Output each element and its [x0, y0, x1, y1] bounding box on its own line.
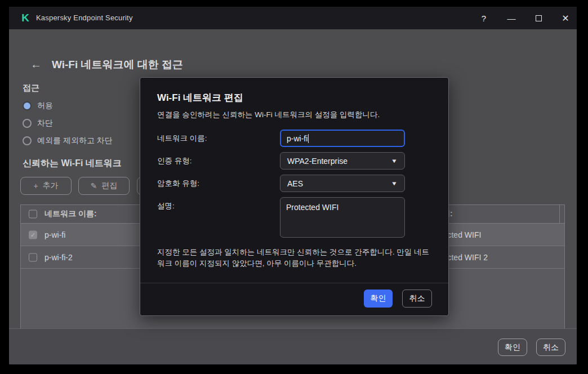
network-name-input[interactable]: p-wi-fi [280, 130, 405, 147]
add-button[interactable]: + 추가 [20, 177, 72, 195]
radio-block[interactable]: 차단 [23, 118, 53, 128]
chevron-down-icon: ▼ [391, 158, 398, 164]
row-checkbox[interactable]: ✓ [29, 230, 37, 239]
edit-button[interactable]: ✎ 편집 [78, 177, 130, 195]
main-cancel-button[interactable]: 취소 [536, 339, 565, 356]
title-bar: K Kaspersky Endpoint Security ? — ✕ [9, 7, 577, 29]
edit-button-label: 편집 [101, 181, 117, 191]
radio-icon [23, 119, 32, 128]
kaspersky-logo-icon: K [19, 12, 32, 24]
main-footer: 확인 취소 [9, 328, 577, 364]
radio-allow[interactable]: 허용 [23, 101, 53, 111]
network-name-cell: p-wi-fi [44, 230, 65, 239]
pencil-icon: ✎ [91, 181, 97, 190]
window-title: Kaspersky Endpoint Security [36, 14, 133, 22]
text-caret [308, 134, 309, 143]
auth-type-select[interactable]: WPA2-Enterprise ▼ [280, 152, 405, 170]
radio-block-with-exceptions[interactable]: 예외를 제외하고 차단 [23, 136, 113, 146]
header-scrollbar-divider [559, 205, 560, 224]
access-section-label: 접근 [23, 83, 39, 94]
auth-type-label: 인증 유형: [157, 156, 192, 166]
minimize-button[interactable]: — [503, 10, 520, 26]
encryption-type-label: 암호화 유형: [157, 179, 199, 189]
back-arrow-icon[interactable]: ← [28, 56, 44, 72]
desktop-background: K Kaspersky Endpoint Security ? — ✕ ← Wi… [0, 0, 588, 374]
radio-block-with-exceptions-label: 예외를 제외하고 차단 [37, 136, 113, 146]
network-name-value: p-wi-fi [287, 134, 308, 143]
close-button[interactable]: ✕ [557, 10, 574, 26]
radio-icon [23, 101, 32, 110]
column-header-name: 네트워크 이름: [44, 209, 97, 219]
main-ok-button[interactable]: 확인 [498, 339, 527, 356]
chevron-down-icon: ▼ [391, 180, 398, 186]
edit-wifi-network-dialog: Wi-Fi 네트워크 편집 연결을 승인하려는 신뢰하는 Wi-Fi 네트워크의… [140, 77, 449, 316]
row-checkbox[interactable]: ✓ [29, 253, 37, 261]
add-button-label: 추가 [43, 181, 59, 191]
dialog-title: Wi-Fi 네트워크 편집 [157, 91, 243, 104]
help-button[interactable]: ? [475, 10, 492, 26]
dialog-footer-divider [140, 283, 448, 283]
radio-icon [23, 136, 32, 145]
radio-block-label: 차단 [37, 118, 53, 128]
encryption-type-value: AES [287, 179, 303, 188]
maximize-icon [536, 15, 542, 21]
dialog-cancel-button[interactable]: 취소 [402, 290, 432, 308]
page-title: Wi-Fi 네트워크에 대한 접근 [52, 57, 183, 72]
trusted-networks-title: 신뢰하는 Wi-Fi 네트워크 [23, 158, 122, 170]
comment-label: 설명: [157, 201, 175, 211]
plus-icon: + [33, 181, 38, 190]
select-all-checkbox[interactable]: ✓ [29, 210, 37, 219]
maximize-button[interactable] [530, 10, 547, 26]
comment-textarea[interactable]: Protected WIFI [280, 197, 405, 238]
network-name-label: 네트워크 이름: [157, 133, 207, 144]
auth-type-value: WPA2-Enterprise [287, 157, 348, 166]
encryption-type-select[interactable]: AES ▼ [280, 175, 405, 192]
network-name-cell: p-wi-fi-2 [44, 253, 73, 262]
dialog-ok-button[interactable]: 확인 [364, 290, 393, 308]
dialog-description: 연결을 승인하려는 신뢰하는 Wi-Fi 네트워크의 설정을 입력합니다. [157, 110, 380, 120]
radio-allow-label: 허용 [37, 101, 53, 111]
dialog-note: 지정한 모든 설정과 일치하는 네트워크만 신뢰하는 것으로 간주합니다. 만일… [157, 247, 436, 269]
